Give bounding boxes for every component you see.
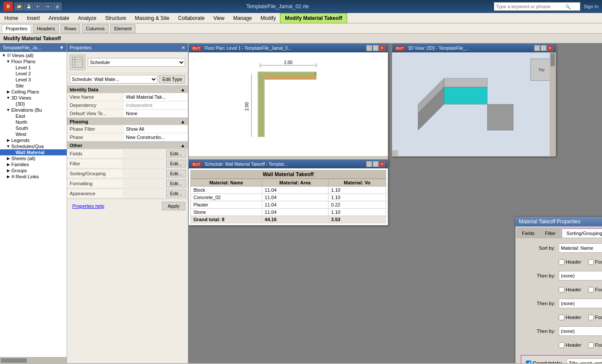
tab-sorting-grouping[interactable]: Sorting/Grouping (561, 228, 602, 238)
grand-totals-select[interactable]: Title, count, and totals (567, 358, 602, 363)
menu-structure[interactable]: Structure (101, 13, 131, 23)
sortby-select[interactable]: Material: Name (559, 243, 602, 253)
threed-scrollbar-thumb[interactable] (550, 53, 555, 66)
schedule-maximize-btn[interactable]: □ (373, 161, 379, 167)
schedule-minimize-btn[interactable]: _ (366, 161, 372, 167)
properties-close-icon[interactable]: ✕ (181, 45, 185, 51)
filter-edit-button[interactable]: Edit... (166, 160, 186, 168)
thenby-select-3[interactable]: (none) (559, 299, 602, 308)
tree-item-north[interactable]: North (0, 119, 67, 125)
menu-home[interactable]: Home (0, 13, 23, 23)
floor-plan-minimize-btn[interactable]: _ (366, 45, 372, 51)
section-phasing[interactable]: Phasing ▲ (67, 118, 188, 125)
menu-insert[interactable]: Insert (23, 13, 44, 23)
tree-item-ceiling-plans[interactable]: ▶Ceiling Plans (0, 89, 67, 95)
cell-vol-2: 0.22 (328, 201, 386, 209)
filename-label: TemplateFile_Jamal_02.rte (61, 3, 494, 10)
floor-plan-maximize-btn[interactable]: □ (373, 45, 379, 51)
footer-cb-4[interactable]: Footer: (588, 342, 602, 348)
menu-manage[interactable]: Manage (229, 13, 256, 23)
tree-item-level3[interactable]: Level 3 (0, 77, 67, 83)
threed-maximize-btn[interactable]: □ (541, 45, 547, 51)
expand-icon: ▼ (6, 96, 10, 100)
menu-view[interactable]: View (209, 13, 229, 23)
tab-columns[interactable]: Columns (82, 24, 108, 33)
section-other[interactable]: Other ▲ (67, 142, 188, 149)
print-icon[interactable]: 🖨 (53, 3, 61, 10)
footer-cb-3[interactable]: Footer: (588, 315, 602, 320)
fields-edit-button[interactable]: Edit... (166, 150, 186, 158)
tree-item-legends[interactable]: ▶Legends (0, 137, 67, 143)
undo-icon[interactable]: ↩ (34, 3, 42, 10)
header-cb-2[interactable]: Header (559, 287, 581, 293)
save-icon[interactable]: 💾 (24, 3, 33, 10)
apply-button[interactable]: Apply (162, 202, 185, 210)
tab-headers[interactable]: Headers (33, 24, 59, 33)
tree-item-site[interactable]: Site (0, 83, 67, 89)
menu-annotate[interactable]: Annotate (44, 13, 74, 23)
threed-scrollbar-v[interactable] (550, 52, 556, 156)
browser-scrollbar-h[interactable] (0, 357, 67, 363)
tab-filter[interactable]: Filter (540, 228, 560, 238)
header-cb-1[interactable]: Header (559, 259, 581, 265)
tree-item-groups[interactable]: ▶Groups (0, 168, 67, 174)
threed-minimize-btn[interactable]: _ (534, 45, 540, 51)
tree-item-families[interactable]: ▶Families (0, 161, 67, 168)
tab-fields[interactable]: Fields (517, 228, 539, 238)
redo-icon[interactable]: ↪ (43, 3, 52, 10)
menu-modify-takeoff[interactable]: Modify Material Takeoff (280, 13, 347, 23)
appearance-edit-button[interactable]: Edit... (166, 190, 186, 197)
thenby-label-2: Then by: (521, 273, 555, 278)
tab-rows[interactable]: Rows (61, 24, 80, 33)
threed-close-btn[interactable]: ✕ (547, 45, 553, 51)
schedule-close-btn[interactable]: ✕ (379, 161, 385, 167)
menu-massing[interactable]: Massing & Site (130, 13, 174, 23)
threed-scrollbar-h[interactable] (392, 150, 398, 156)
grand-totals-checkbox[interactable]: Grand totals: (526, 361, 562, 364)
tree-item-level2[interactable]: Level 2 (0, 71, 67, 77)
tree-item-views-all[interactable]: ▼⊞Views (all) (0, 52, 67, 58)
schedule-selector[interactable]: Schedule: Wall Mate... (70, 75, 158, 84)
thenby-select-4[interactable]: (none) (559, 326, 602, 336)
menu-modify[interactable]: Modify (256, 13, 280, 23)
floor-plan-window-btns: _ □ ✕ (366, 45, 385, 51)
menu-analyze[interactable]: Analyze (74, 13, 101, 23)
sortgrouping-edit-button[interactable]: Edit... (166, 170, 186, 177)
tree-item-wall-material[interactable]: Wall Material (0, 149, 67, 155)
tree-item-3d[interactable]: {3D} (0, 101, 67, 107)
tree-item-revit-links[interactable]: ▶⛓Revit Links (0, 174, 67, 180)
prop-row-appearance: Appearance Edit... (67, 189, 188, 199)
tree-item-level1[interactable]: Level 1 (0, 64, 67, 71)
tree-item-east[interactable]: East (0, 113, 67, 119)
prop-row-phase: Phase New Constructio... (67, 133, 188, 142)
thenby-select-2[interactable]: (none) (559, 271, 602, 280)
grand-totals-cb[interactable] (526, 361, 531, 364)
tree-item-3d-views[interactable]: ▼3D Views (0, 95, 67, 101)
footer-cb-1[interactable]: Footer: (588, 259, 602, 265)
type-selector[interactable]: Schedule (88, 58, 185, 67)
edit-type-button[interactable]: Edit Type (159, 75, 185, 84)
menu-collaborate[interactable]: Collaborate (174, 13, 209, 23)
header-cb-4[interactable]: Header (559, 342, 581, 348)
signin-button[interactable]: Sign In (584, 4, 599, 9)
tree-item-south[interactable]: South (0, 125, 67, 131)
tree-item-schedules[interactable]: ▼Schedules/Qua (0, 143, 67, 149)
scrollbar-thumb-h[interactable] (1, 358, 27, 363)
tree-item-west[interactable]: West (0, 131, 67, 137)
floor-plan-close-btn[interactable]: ✕ (379, 45, 385, 51)
properties-help-link[interactable]: Properties help (70, 202, 107, 210)
search-input[interactable] (496, 4, 565, 9)
tree-item-sheets[interactable]: ▶Sheets (all) (0, 155, 67, 161)
section-identity-data[interactable]: Identity Data ▲ (67, 86, 188, 93)
search-box[interactable]: 🔍 (494, 2, 580, 11)
open-icon[interactable]: 📂 (15, 3, 23, 10)
tab-element[interactable]: Element (110, 24, 135, 33)
header-cb-3[interactable]: Header (559, 315, 581, 320)
tree-item-floor-plans[interactable]: ▼Floor Plans (0, 58, 67, 64)
title-bar-icons: 📂 💾 ↩ ↪ 🖨 (15, 3, 61, 10)
tree-item-elevations[interactable]: ▼Elevations (Bu (0, 107, 67, 113)
formatting-edit-button[interactable]: Edit... (166, 180, 186, 187)
footer-cb-2[interactable]: Footer: (588, 287, 602, 293)
tab-properties[interactable]: Properties (2, 24, 31, 33)
svg-text:Top: Top (538, 68, 545, 72)
